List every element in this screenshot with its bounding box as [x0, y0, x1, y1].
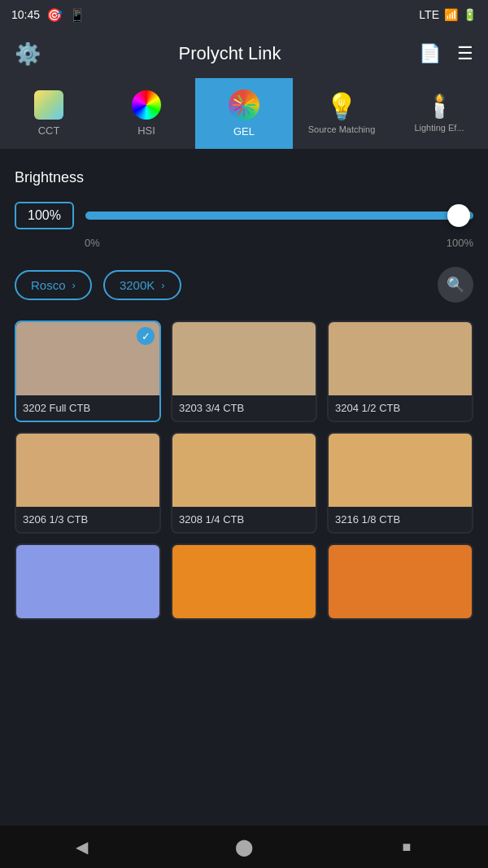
svg-line-1	[246, 95, 250, 103]
color-grid: 3202 Full CTB✓3203 3/4 CTB3204 1/2 CTB32…	[15, 321, 473, 620]
search-button[interactable]: 🔍	[438, 267, 473, 303]
color-swatch-row3_2	[172, 545, 316, 618]
main-content: Brightness 100% 0% 100% Rosco › 3200K › …	[0, 150, 488, 826]
slider-track	[85, 212, 473, 220]
color-swatch-3203	[172, 322, 316, 395]
color-swatch-row3_3	[329, 545, 472, 618]
recent-icon: ■	[403, 839, 412, 856]
lighting-effects-icon: 🕯️	[425, 95, 454, 118]
color-card-3204[interactable]: 3204 1/2 CTB	[327, 321, 473, 422]
back-button[interactable]: ◀	[67, 832, 96, 861]
app-bar-icons: 📄 ☰	[419, 43, 473, 64]
brand-chevron-icon: ›	[72, 279, 76, 291]
color-card-label-3203: 3203 3/4 CTB	[172, 395, 316, 421]
sim-icon: 📱	[69, 7, 85, 23]
source-matching-icon: 💡	[325, 94, 358, 120]
color-card-label-3206: 3206 1/3 CTB	[16, 507, 159, 532]
brightness-slider[interactable]	[85, 201, 473, 230]
tab-cct[interactable]: CCT	[0, 78, 98, 149]
status-bar: 10:45 🎯 📱 LTE 📶 🔋	[0, 0, 488, 29]
tab-hsi[interactable]: HSI	[98, 78, 195, 149]
svg-line-8	[234, 107, 242, 111]
slider-max: 100%	[447, 237, 473, 249]
tab-gel[interactable]: GEL	[195, 78, 293, 149]
color-card-label-3202: 3202 Full CTB	[16, 395, 159, 421]
color-temp-label: 3200K	[120, 278, 155, 292]
hsi-icon	[132, 90, 161, 120]
brightness-row: 100%	[15, 201, 473, 230]
tab-gel-label: GEL	[233, 125, 255, 137]
filter-row: Rosco › 3200K › 🔍	[15, 267, 473, 303]
lte-label: LTE	[419, 8, 439, 21]
cct-icon	[34, 90, 63, 120]
color-card-label-3208: 3208 1/4 CTB	[172, 507, 316, 532]
slider-labels: 0% 100%	[15, 237, 473, 249]
home-button[interactable]: ⬤	[229, 832, 259, 861]
menu-icon[interactable]: ☰	[457, 43, 473, 64]
home-icon: ⬤	[235, 837, 253, 857]
battery-icon: 🔋	[463, 8, 477, 21]
checkmark-icon: ✓	[137, 327, 155, 345]
color-card-3208[interactable]: 3208 1/4 CTB	[171, 432, 317, 534]
color-card-label-3204: 3204 1/2 CTB	[329, 395, 472, 421]
color-swatch-3216	[329, 434, 472, 507]
color-card-row3_2[interactable]	[171, 543, 317, 620]
search-icon: 🔍	[447, 276, 464, 294]
color-card-3202[interactable]: 3202 Full CTB✓	[15, 321, 161, 422]
target-icon: 🎯	[46, 7, 63, 23]
settings-icon[interactable]: ⚙️	[15, 41, 41, 67]
color-swatch-3208	[172, 434, 316, 507]
tabs-bar: CCT HSI	[0, 78, 488, 150]
color-swatch-3204	[329, 322, 472, 395]
slider-min: 0%	[85, 237, 100, 249]
color-swatch-3206	[16, 434, 159, 507]
time: 10:45	[11, 8, 40, 21]
color-swatch-row3_1	[16, 545, 159, 618]
tab-source-matching[interactable]: 💡 Source Matching	[293, 78, 390, 149]
brightness-value: 100%	[15, 202, 74, 229]
gel-icon	[229, 89, 259, 120]
app-bar: ⚙️ Prolycht Link 📄 ☰	[0, 29, 488, 78]
tab-lighting-effects[interactable]: 🕯️ Lighting Ef...	[390, 78, 488, 149]
color-card-3203[interactable]: 3203 3/4 CTB	[171, 321, 317, 422]
status-right: LTE 📶 🔋	[419, 8, 477, 21]
color-temp-filter-button[interactable]: 3200K ›	[103, 270, 181, 300]
back-icon: ◀	[76, 837, 88, 857]
color-card-3216[interactable]: 3216 1/8 CTB	[327, 432, 473, 534]
app-title: Prolycht Link	[179, 43, 281, 64]
svg-line-2	[246, 99, 254, 103]
color-temp-chevron-icon: ›	[161, 279, 164, 291]
status-left: 10:45 🎯 📱	[11, 7, 85, 23]
svg-line-10	[234, 99, 242, 103]
color-card-row3_1[interactable]	[15, 543, 161, 620]
brightness-label: Brightness	[15, 169, 473, 186]
svg-line-4	[246, 107, 254, 111]
svg-line-11	[238, 95, 242, 103]
signal-icon: 📶	[444, 8, 458, 21]
tab-hsi-label: HSI	[137, 124, 155, 137]
file-icon[interactable]: 📄	[419, 43, 441, 64]
tab-source-label: Source Matching	[308, 124, 376, 134]
color-card-label-3216: 3216 1/8 CTB	[329, 507, 472, 532]
brightness-section: Brightness 100% 0% 100%	[15, 169, 473, 249]
recent-button[interactable]: ■	[392, 832, 421, 861]
bottom-nav: ◀ ⬤ ■	[0, 826, 488, 868]
brand-filter-button[interactable]: Rosco ›	[15, 270, 92, 300]
color-card-3206[interactable]: 3206 1/3 CTB	[15, 432, 161, 534]
tab-lighting-label: Lighting Ef...	[414, 123, 464, 133]
slider-thumb	[447, 204, 470, 227]
brand-label: Rosco	[31, 278, 66, 292]
tab-cct-label: CCT	[38, 124, 60, 137]
color-card-row3_3[interactable]	[327, 543, 473, 620]
